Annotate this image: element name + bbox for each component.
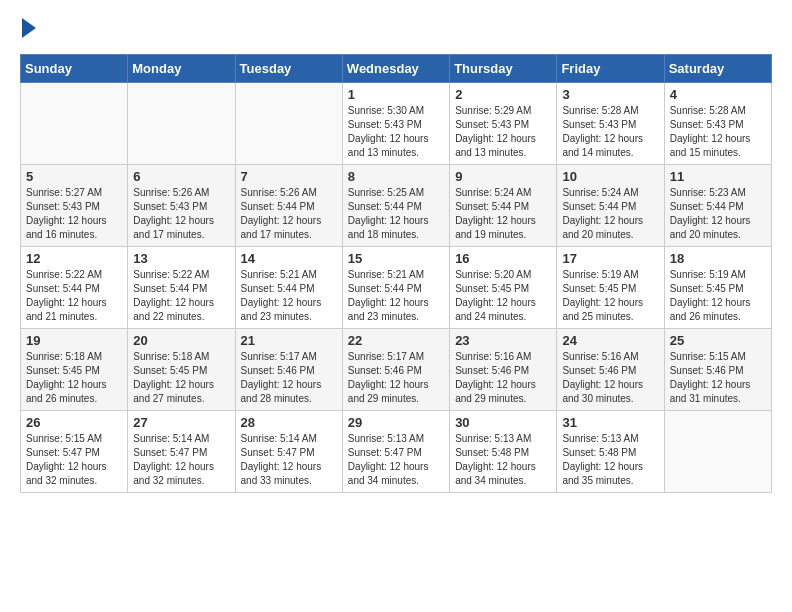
column-header-tuesday: Tuesday xyxy=(235,55,342,83)
day-info: Sunrise: 5:21 AM Sunset: 5:44 PM Dayligh… xyxy=(348,268,444,324)
calendar-week-row: 19Sunrise: 5:18 AM Sunset: 5:45 PM Dayli… xyxy=(21,329,772,411)
day-number: 16 xyxy=(455,251,551,266)
day-info: Sunrise: 5:28 AM Sunset: 5:43 PM Dayligh… xyxy=(562,104,658,160)
day-info: Sunrise: 5:21 AM Sunset: 5:44 PM Dayligh… xyxy=(241,268,337,324)
calendar-day-29: 29Sunrise: 5:13 AM Sunset: 5:47 PM Dayli… xyxy=(342,411,449,493)
column-header-saturday: Saturday xyxy=(664,55,771,83)
calendar-empty-cell xyxy=(664,411,771,493)
day-info: Sunrise: 5:24 AM Sunset: 5:44 PM Dayligh… xyxy=(455,186,551,242)
logo xyxy=(20,20,36,38)
day-number: 29 xyxy=(348,415,444,430)
day-number: 10 xyxy=(562,169,658,184)
calendar-day-18: 18Sunrise: 5:19 AM Sunset: 5:45 PM Dayli… xyxy=(664,247,771,329)
day-info: Sunrise: 5:26 AM Sunset: 5:43 PM Dayligh… xyxy=(133,186,229,242)
day-info: Sunrise: 5:16 AM Sunset: 5:46 PM Dayligh… xyxy=(455,350,551,406)
calendar-day-17: 17Sunrise: 5:19 AM Sunset: 5:45 PM Dayli… xyxy=(557,247,664,329)
calendar-day-2: 2Sunrise: 5:29 AM Sunset: 5:43 PM Daylig… xyxy=(450,83,557,165)
calendar-day-21: 21Sunrise: 5:17 AM Sunset: 5:46 PM Dayli… xyxy=(235,329,342,411)
day-info: Sunrise: 5:17 AM Sunset: 5:46 PM Dayligh… xyxy=(241,350,337,406)
calendar-day-11: 11Sunrise: 5:23 AM Sunset: 5:44 PM Dayli… xyxy=(664,165,771,247)
calendar-day-26: 26Sunrise: 5:15 AM Sunset: 5:47 PM Dayli… xyxy=(21,411,128,493)
day-number: 12 xyxy=(26,251,122,266)
day-number: 26 xyxy=(26,415,122,430)
calendar-day-14: 14Sunrise: 5:21 AM Sunset: 5:44 PM Dayli… xyxy=(235,247,342,329)
calendar-week-row: 12Sunrise: 5:22 AM Sunset: 5:44 PM Dayli… xyxy=(21,247,772,329)
calendar-day-9: 9Sunrise: 5:24 AM Sunset: 5:44 PM Daylig… xyxy=(450,165,557,247)
day-info: Sunrise: 5:15 AM Sunset: 5:47 PM Dayligh… xyxy=(26,432,122,488)
column-header-friday: Friday xyxy=(557,55,664,83)
day-number: 9 xyxy=(455,169,551,184)
day-number: 21 xyxy=(241,333,337,348)
day-number: 18 xyxy=(670,251,766,266)
calendar-day-22: 22Sunrise: 5:17 AM Sunset: 5:46 PM Dayli… xyxy=(342,329,449,411)
day-number: 6 xyxy=(133,169,229,184)
day-number: 25 xyxy=(670,333,766,348)
calendar-day-24: 24Sunrise: 5:16 AM Sunset: 5:46 PM Dayli… xyxy=(557,329,664,411)
calendar-week-row: 1Sunrise: 5:30 AM Sunset: 5:43 PM Daylig… xyxy=(21,83,772,165)
day-number: 19 xyxy=(26,333,122,348)
day-info: Sunrise: 5:13 AM Sunset: 5:48 PM Dayligh… xyxy=(562,432,658,488)
calendar-table: SundayMondayTuesdayWednesdayThursdayFrid… xyxy=(20,54,772,493)
calendar-day-12: 12Sunrise: 5:22 AM Sunset: 5:44 PM Dayli… xyxy=(21,247,128,329)
day-number: 14 xyxy=(241,251,337,266)
day-number: 31 xyxy=(562,415,658,430)
day-number: 15 xyxy=(348,251,444,266)
day-info: Sunrise: 5:22 AM Sunset: 5:44 PM Dayligh… xyxy=(133,268,229,324)
day-info: Sunrise: 5:27 AM Sunset: 5:43 PM Dayligh… xyxy=(26,186,122,242)
calendar-empty-cell xyxy=(21,83,128,165)
calendar-empty-cell xyxy=(128,83,235,165)
calendar-day-1: 1Sunrise: 5:30 AM Sunset: 5:43 PM Daylig… xyxy=(342,83,449,165)
column-header-wednesday: Wednesday xyxy=(342,55,449,83)
day-number: 22 xyxy=(348,333,444,348)
calendar-empty-cell xyxy=(235,83,342,165)
calendar-day-31: 31Sunrise: 5:13 AM Sunset: 5:48 PM Dayli… xyxy=(557,411,664,493)
column-header-sunday: Sunday xyxy=(21,55,128,83)
page-header xyxy=(20,20,772,38)
day-number: 7 xyxy=(241,169,337,184)
calendar-day-8: 8Sunrise: 5:25 AM Sunset: 5:44 PM Daylig… xyxy=(342,165,449,247)
day-info: Sunrise: 5:28 AM Sunset: 5:43 PM Dayligh… xyxy=(670,104,766,160)
day-info: Sunrise: 5:30 AM Sunset: 5:43 PM Dayligh… xyxy=(348,104,444,160)
day-number: 30 xyxy=(455,415,551,430)
day-info: Sunrise: 5:14 AM Sunset: 5:47 PM Dayligh… xyxy=(241,432,337,488)
calendar-header-row: SundayMondayTuesdayWednesdayThursdayFrid… xyxy=(21,55,772,83)
day-info: Sunrise: 5:26 AM Sunset: 5:44 PM Dayligh… xyxy=(241,186,337,242)
calendar-day-15: 15Sunrise: 5:21 AM Sunset: 5:44 PM Dayli… xyxy=(342,247,449,329)
day-info: Sunrise: 5:29 AM Sunset: 5:43 PM Dayligh… xyxy=(455,104,551,160)
day-info: Sunrise: 5:16 AM Sunset: 5:46 PM Dayligh… xyxy=(562,350,658,406)
day-info: Sunrise: 5:23 AM Sunset: 5:44 PM Dayligh… xyxy=(670,186,766,242)
calendar-day-16: 16Sunrise: 5:20 AM Sunset: 5:45 PM Dayli… xyxy=(450,247,557,329)
calendar-day-27: 27Sunrise: 5:14 AM Sunset: 5:47 PM Dayli… xyxy=(128,411,235,493)
calendar-day-10: 10Sunrise: 5:24 AM Sunset: 5:44 PM Dayli… xyxy=(557,165,664,247)
day-number: 5 xyxy=(26,169,122,184)
calendar-day-23: 23Sunrise: 5:16 AM Sunset: 5:46 PM Dayli… xyxy=(450,329,557,411)
day-number: 17 xyxy=(562,251,658,266)
calendar-week-row: 26Sunrise: 5:15 AM Sunset: 5:47 PM Dayli… xyxy=(21,411,772,493)
day-info: Sunrise: 5:14 AM Sunset: 5:47 PM Dayligh… xyxy=(133,432,229,488)
calendar-day-6: 6Sunrise: 5:26 AM Sunset: 5:43 PM Daylig… xyxy=(128,165,235,247)
day-info: Sunrise: 5:22 AM Sunset: 5:44 PM Dayligh… xyxy=(26,268,122,324)
day-number: 1 xyxy=(348,87,444,102)
day-number: 27 xyxy=(133,415,229,430)
calendar-day-20: 20Sunrise: 5:18 AM Sunset: 5:45 PM Dayli… xyxy=(128,329,235,411)
day-info: Sunrise: 5:13 AM Sunset: 5:47 PM Dayligh… xyxy=(348,432,444,488)
day-number: 13 xyxy=(133,251,229,266)
day-info: Sunrise: 5:19 AM Sunset: 5:45 PM Dayligh… xyxy=(562,268,658,324)
calendar-week-row: 5Sunrise: 5:27 AM Sunset: 5:43 PM Daylig… xyxy=(21,165,772,247)
calendar-day-30: 30Sunrise: 5:13 AM Sunset: 5:48 PM Dayli… xyxy=(450,411,557,493)
column-header-thursday: Thursday xyxy=(450,55,557,83)
column-header-monday: Monday xyxy=(128,55,235,83)
calendar-day-4: 4Sunrise: 5:28 AM Sunset: 5:43 PM Daylig… xyxy=(664,83,771,165)
day-number: 2 xyxy=(455,87,551,102)
day-info: Sunrise: 5:15 AM Sunset: 5:46 PM Dayligh… xyxy=(670,350,766,406)
calendar-day-25: 25Sunrise: 5:15 AM Sunset: 5:46 PM Dayli… xyxy=(664,329,771,411)
day-info: Sunrise: 5:25 AM Sunset: 5:44 PM Dayligh… xyxy=(348,186,444,242)
day-number: 28 xyxy=(241,415,337,430)
day-info: Sunrise: 5:20 AM Sunset: 5:45 PM Dayligh… xyxy=(455,268,551,324)
day-info: Sunrise: 5:24 AM Sunset: 5:44 PM Dayligh… xyxy=(562,186,658,242)
day-number: 23 xyxy=(455,333,551,348)
day-number: 3 xyxy=(562,87,658,102)
day-number: 8 xyxy=(348,169,444,184)
day-number: 4 xyxy=(670,87,766,102)
calendar-day-13: 13Sunrise: 5:22 AM Sunset: 5:44 PM Dayli… xyxy=(128,247,235,329)
